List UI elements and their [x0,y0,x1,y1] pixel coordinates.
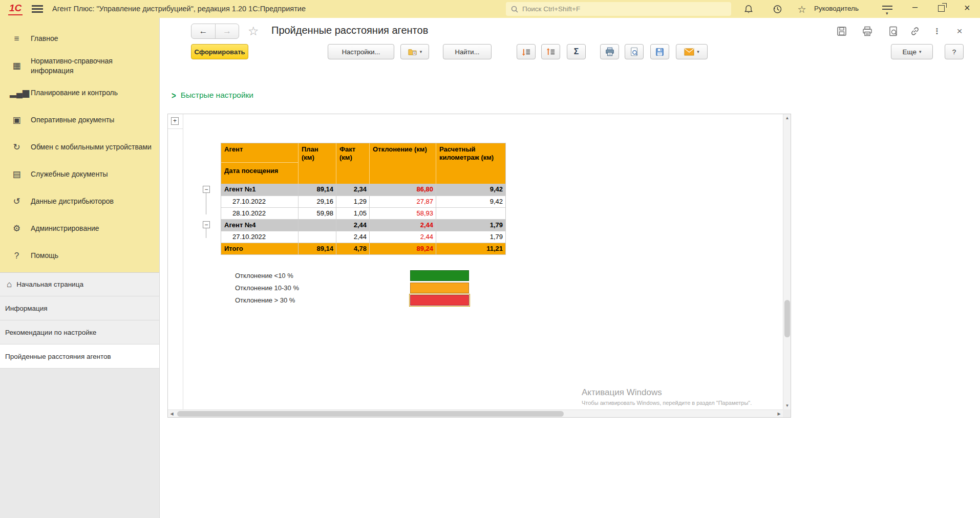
envelope-icon [684,48,694,56]
back-button[interactable]: ← [191,24,215,38]
sidebar-item[interactable]: ↺Данные дистрибьюторов [0,188,159,215]
scroll-left-icon[interactable]: ◀ [168,410,176,418]
column-header-visit-date[interactable]: Дата посещения [221,162,298,184]
legend-color-box[interactable] [410,295,469,306]
cell-plan [298,231,336,243]
cell-fact: 2,34 [336,184,369,196]
legend-row: Отклонение > 30 % [168,294,526,307]
scroll-down-icon[interactable]: ▼ [783,402,791,409]
nav-item[interactable]: Пройденные расстояния агентов [0,344,159,369]
preview-icon-button[interactable] [887,25,900,38]
row-header-gutter [168,114,183,409]
expand-all-button[interactable]: + [171,117,179,125]
search-input[interactable] [522,5,717,13]
print-button[interactable] [600,44,619,59]
legend-label: Отклонение 10-30 % [235,284,299,292]
user-menu-label[interactable]: Руководитель [814,5,859,12]
administration-gear-icon: ⚙ [10,223,24,234]
collapse-groups-button[interactable] [517,44,536,59]
report-row[interactable]: Агент №42,442,441,79 [221,219,505,231]
column-header-agent[interactable]: Агент [221,143,298,162]
forward-button[interactable]: → [215,24,239,38]
sidebar-item[interactable]: ▤Служебные документы [0,161,159,188]
print-icon-button[interactable] [861,25,874,38]
window-close-icon[interactable]: × [962,2,973,14]
legend-color-box[interactable] [410,270,469,281]
send-email-button[interactable]: ▾ [676,44,708,59]
cell-deviation: 86,80 [369,184,436,196]
nav-item[interactable]: Рекомендации по настройке [0,320,159,344]
history-icon[interactable] [771,3,783,15]
nav-item[interactable]: Информация [0,296,159,320]
column-header-calc-mileage[interactable]: Расчетный километраж (км) [436,143,505,184]
horizontal-scroll-thumb[interactable] [177,411,564,417]
column-header-fact[interactable]: Факт (км) [336,143,369,184]
sidebar-item[interactable]: ▂▄▆Планирование и контроль [0,79,159,106]
planning-chart-icon: ▂▄▆ [10,88,24,98]
report-row[interactable]: 27.10.202229,161,2927,879,42 [221,196,505,207]
user-menu-icon[interactable]: ▾ [882,5,894,13]
totals-button[interactable]: Σ [567,44,586,59]
save-report-icon-button[interactable] [835,25,848,38]
sidebar-item[interactable]: ⚙Администрирование [0,215,159,242]
quick-settings-label: Быстрые настройки [181,91,253,100]
generate-button[interactable]: Сформировать [191,44,248,59]
cell-fact: 1,29 [336,196,369,207]
column-header-deviation[interactable]: Отклонение (км) [369,143,436,184]
sidebar-item[interactable]: ↻Обмен с мобильными устройствами [0,134,159,161]
printer-icon [605,47,615,57]
find-button[interactable]: Найти... [443,44,492,59]
help-button[interactable]: ? [945,44,964,59]
scroll-right-icon[interactable]: ▶ [775,410,783,418]
report-variants-button[interactable]: ▾ [400,44,429,59]
cell-plan [298,219,336,231]
report-row[interactable]: 28.10.202259,981,0558,93 [221,207,505,219]
quick-settings-toggle[interactable]: > Быстрые настройки [172,91,253,100]
watermark-title: Активация Windows [582,387,752,398]
get-link-icon-button[interactable] [908,25,922,38]
sidebar-item[interactable]: ▣Оперативные документы [0,106,159,134]
scroll-up-icon[interactable]: ▲ [783,114,791,122]
legend-color-box[interactable] [410,283,469,293]
main-hamburger-icon[interactable] [32,5,43,13]
add-to-favorites-star-icon[interactable]: ☆ [248,24,259,38]
settings-button[interactable]: Настройки... [328,44,394,59]
cell-plan: 59,98 [298,207,336,219]
page-magnifier-icon [629,47,640,57]
floppy-icon [836,26,847,37]
window-restore-icon[interactable] [938,5,945,12]
cell-label: 28.10.2022 [221,207,298,219]
sidebar-nav: ⌂Начальная страницаИнформацияРекомендаци… [0,272,159,369]
notifications-bell-icon[interactable] [742,3,755,15]
favorites-star-icon[interactable]: ☆ [796,3,808,15]
legend-row: Отклонение <10 % [168,270,526,282]
report-row[interactable]: 27.10.20222,442,441,79 [221,231,505,243]
report-row[interactable]: Агент №189,142,3486,809,42 [221,184,505,196]
preview-button[interactable] [625,44,644,59]
collapse-group-button[interactable]: − [203,221,210,228]
vertical-scrollbar[interactable]: ▲ ▼ [783,114,791,409]
sidebar-item-label: Обмен с мобильными устройствами [31,142,152,152]
sidebar-item[interactable]: ?Помощь [0,242,159,269]
cell-deviation: 2,44 [369,219,436,231]
sidebar-item[interactable]: ▦Нормативно-справочная информация [0,52,159,79]
sidebar-item-label: Нормативно-справочная информация [31,56,154,76]
collapse-group-button[interactable]: − [203,186,210,193]
vertical-scroll-thumb[interactable] [784,300,790,337]
nav-item[interactable]: ⌂Начальная страница [0,272,159,296]
horizontal-scrollbar[interactable]: ◀ ▶ [168,409,783,417]
column-header-plan[interactable]: План (км) [298,143,336,184]
reference-data-icon: ▦ [10,60,24,71]
more-button[interactable]: Еще ▾ [891,44,933,59]
close-report-icon-button[interactable]: × [953,25,966,38]
report-row[interactable]: Итого89,144,7889,2411,21 [221,243,505,254]
sidebar-item[interactable]: ≡Главное [0,25,159,52]
save-button[interactable] [650,44,669,59]
expand-groups-button[interactable] [541,44,560,59]
window-minimize-icon[interactable]: – [909,2,921,12]
more-actions-icon-button[interactable]: ⋮ [930,25,944,38]
global-search[interactable] [506,2,731,16]
main-menu-icon: ≡ [10,34,24,44]
folder-icon [408,48,417,56]
cell-plan: 89,14 [298,243,336,254]
